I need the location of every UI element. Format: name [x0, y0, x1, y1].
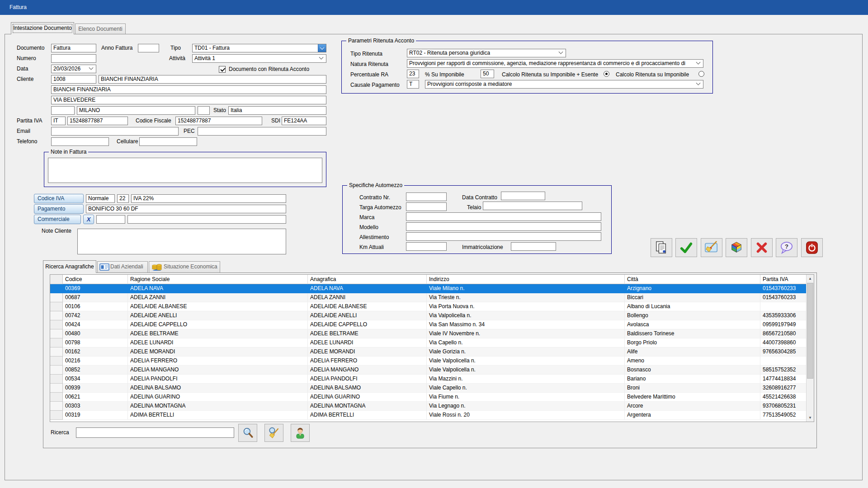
commerciale-code-field[interactable] [96, 215, 125, 224]
pagamento-button[interactable]: Pagamento [34, 204, 84, 214]
table-cell-citt-[interactable]: Borgo Priolo [625, 338, 760, 347]
table-cell-ragione-sociale[interactable]: ADELA NAVA [128, 284, 308, 293]
cellulare-field[interactable] [139, 137, 197, 146]
table-cell-codice[interactable]: 00939 [63, 384, 128, 393]
table-cell-codice[interactable]: 00424 [63, 320, 128, 329]
table-cell-partita-iva[interactable]: 09599197949 [760, 320, 807, 329]
note-cliente-textarea[interactable] [77, 229, 286, 254]
tab-situazione-economica[interactable]: Situazione Economica [149, 261, 220, 272]
help-button[interactable]: ? [776, 238, 797, 257]
table-cell-citt-[interactable]: Avolasca [625, 320, 760, 329]
row-selector[interactable] [50, 366, 63, 375]
table-cell-partita-iva[interactable]: 01543760233 [760, 284, 807, 293]
allestimento-field[interactable] [406, 232, 601, 241]
scroll-up-button[interactable]: ▲ [807, 275, 814, 282]
pagamento-field[interactable]: BONIFICO 30 60 DF [86, 205, 286, 213]
table-cell-indirizzo[interactable]: Viale Capello n. [427, 384, 625, 393]
table-cell-ragione-sociale[interactable]: ADELINA GUARINO [128, 393, 308, 402]
table-cell-indirizzo[interactable]: Via Mazzini n. [427, 375, 625, 384]
table-cell-ragione-sociale[interactable]: ADELAIDE ALBANESE [128, 302, 308, 311]
column-header-partita-iva[interactable]: Partita IVA [760, 275, 807, 284]
table-row[interactable]: 00939ADELINA BALSAMOADELINA BALSAMOViale… [50, 384, 807, 393]
table-cell-ragione-sociale[interactable]: ADELINA MONTAGNA [128, 402, 308, 411]
row-selector[interactable] [50, 302, 63, 311]
table-cell-ragione-sociale[interactable]: ADELA ZANNI [128, 293, 308, 302]
table-cell-citt-[interactable]: Ameno [625, 357, 760, 366]
table-cell-citt-[interactable]: Alife [625, 347, 760, 357]
commerciale-button[interactable]: Commerciale [34, 215, 81, 224]
table-cell-codice[interactable]: 00852 [63, 366, 128, 375]
iva-tipo-field[interactable]: Normale [86, 194, 115, 203]
table-cell-partita-iva[interactable]: 01543760233 [760, 293, 807, 302]
table-cell-partita-iva[interactable] [760, 357, 807, 366]
table-row[interactable]: 00319ADIMA BERTELLIADIMA BERTELLIViale R… [50, 411, 807, 420]
table-cell-codice[interactable]: 00798 [63, 338, 128, 347]
search-button[interactable] [238, 424, 257, 442]
table-cell-anagrafica[interactable]: ADELA ZANNI [308, 293, 427, 302]
calcolo-esente-radio[interactable] [604, 71, 609, 77]
tab-elenco-documenti[interactable]: Elenco Documenti [75, 23, 126, 34]
targa-field[interactable] [406, 202, 447, 211]
table-cell-codice[interactable]: 00106 [63, 302, 128, 311]
commerciale-clear-button[interactable]: X [83, 215, 94, 224]
table-cell-indirizzo[interactable]: Via Capello n. [427, 338, 625, 347]
table-cell-codice[interactable]: 00303 [63, 402, 128, 411]
email-field[interactable] [51, 127, 179, 136]
piva-field[interactable]: 15248877887 [67, 117, 128, 125]
confirm-button[interactable] [675, 238, 697, 257]
chevron-down-icon[interactable] [318, 44, 326, 52]
table-cell-indirizzo[interactable]: Viale Valpolicella n. [427, 366, 625, 375]
iva-descrizione-field[interactable]: IVA 22% [131, 194, 286, 203]
stato-field[interactable]: Italia [228, 106, 326, 115]
table-cell-anagrafica[interactable]: ADELA NAVA [308, 284, 427, 293]
exit-button[interactable] [801, 238, 823, 257]
row-selector-header[interactable] [50, 275, 63, 284]
table-cell-ragione-sociale[interactable]: ADELE BELTRAME [128, 329, 308, 338]
table-cell-indirizzo[interactable]: Via Legnago n. [427, 402, 625, 411]
calcolo-imponibile-radio[interactable] [698, 71, 704, 77]
table-cell-indirizzo[interactable]: Viale Valpolicella n. [427, 357, 625, 366]
column-header-codice[interactable]: Codice [63, 275, 128, 284]
row-selector[interactable] [50, 357, 63, 366]
table-cell-codice[interactable]: 00162 [63, 347, 128, 357]
table-cell-codice[interactable]: 00687 [63, 293, 128, 302]
table-cell-indirizzo[interactable]: Viale Rossi n. 20 [427, 411, 625, 420]
tab-dati-aziendali[interactable]: Dati Aziendali [97, 261, 148, 272]
table-row[interactable]: 00852ADELIA MANGANOADELIA MANGANOViale V… [50, 366, 807, 375]
table-cell-indirizzo[interactable]: Viale Milano n. [427, 284, 625, 293]
table-row[interactable]: 00534ADELIA PANDOLFIADELIA PANDOLFIVia M… [50, 375, 807, 384]
contratto-field[interactable] [406, 192, 447, 201]
row-selector[interactable] [50, 384, 63, 393]
note-fattura-textarea[interactable] [48, 158, 322, 183]
table-row[interactable]: 00162ADELE MORANDIADELE MORANDIViale Gor… [50, 347, 807, 357]
attivita-select[interactable]: Attività 1 [192, 54, 326, 63]
table-cell-citt-[interactable]: Bosnasco [625, 366, 760, 375]
table-row[interactable]: 00303ADELINA MONTAGNAADELINA MONTAGNAVia… [50, 402, 807, 411]
table-cell-partita-iva[interactable]: 93706805231 [760, 402, 807, 411]
numero-field[interactable] [51, 54, 96, 63]
marca-field[interactable] [406, 212, 601, 221]
data-contratto-field[interactable] [501, 192, 545, 200]
table-cell-indirizzo[interactable]: Via Fiume n. [427, 393, 625, 402]
table-cell-anagrafica[interactable]: ADELINA MONTAGNA [308, 402, 427, 411]
table-row[interactable]: 00480ADELE BELTRAMEADELE BELTRAMEViale I… [50, 329, 807, 338]
table-cell-ragione-sociale[interactable]: ADELINA BALSAMO [128, 384, 308, 393]
table-cell-citt-[interactable]: Bariano [625, 375, 760, 384]
ragione-sociale-field[interactable]: BIANCHI FINANZIARIA [51, 85, 326, 94]
pec-field[interactable] [198, 127, 326, 136]
piva-prefix-field[interactable]: IT [51, 117, 66, 125]
table-cell-indirizzo[interactable]: Via Porta Nuova n. [427, 302, 625, 311]
table-cell-codice[interactable]: 00319 [63, 411, 128, 420]
table-cell-citt-[interactable]: Arzignano [625, 284, 760, 293]
row-selector[interactable] [50, 293, 63, 302]
table-cell-indirizzo[interactable]: Via Valpolicella n. [427, 311, 625, 320]
row-selector[interactable] [50, 329, 63, 338]
table-cell-citt-[interactable]: Broni [625, 384, 760, 393]
table-row[interactable]: 00621ADELINA GUARINOADELINA GUARINOVia F… [50, 393, 807, 402]
table-cell-partita-iva[interactable]: 58515752352 [760, 366, 807, 375]
table-cell-ragione-sociale[interactable]: ADELAIDE ANELLI [128, 311, 308, 320]
table-row[interactable]: 00798ADELE LUNARDIADELE LUNARDIVia Capel… [50, 338, 807, 347]
natura-ritenuta-select[interactable]: Provvigioni per rapporti di commissione,… [407, 59, 703, 68]
table-cell-anagrafica[interactable]: ADELE MORANDI [308, 347, 427, 357]
options-button[interactable] [726, 238, 747, 257]
